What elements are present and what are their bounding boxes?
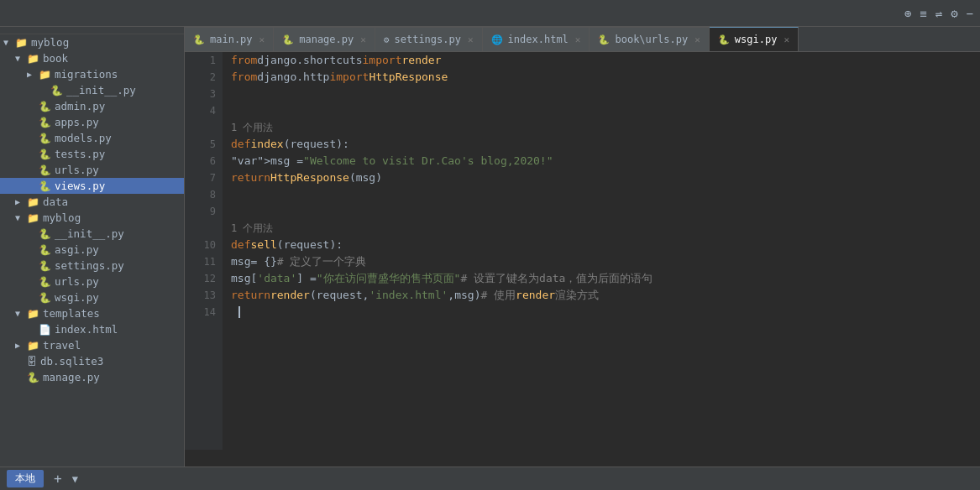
tree-item-travel[interactable]: ▶📁travel [0, 337, 184, 353]
tree-label-adminpy: admin.py [55, 100, 105, 112]
tree-item-__init__py1[interactable]: 🐍__init__.py [0, 82, 184, 98]
code-line-6: "var">msg = "Welcome to visit Dr.Cao's b… [231, 153, 980, 169]
top-toolbar: ⊕ ≡ ⇌ ⚙ − [0, 0, 980, 27]
tree-label-wsgipy1: wsgi.py [55, 291, 99, 304]
swap-icon[interactable]: ⇌ [935, 7, 942, 20]
tree-label-modelspy: models.py [55, 132, 112, 144]
code-line-10: def sell(request): [231, 237, 980, 253]
tab-label-settings: settings.py [394, 34, 460, 45]
folder-arrow-travel[interactable]: ▶ [15, 341, 27, 350]
folder-arrow-data[interactable]: ▶ [15, 197, 27, 206]
tree-label-indexhtml: index.html [55, 323, 118, 336]
tab-index[interactable]: 🌐 index.html ✕ [483, 27, 590, 51]
folder-arrow-myblog[interactable]: ▼ [3, 38, 15, 47]
line-num-10: 10 [185, 237, 216, 253]
status-bar: 本地 + ▼ [0, 467, 980, 490]
usage-hint: 1 个用法 [231, 220, 273, 237]
hint-line-hint1: 1 个用法 [231, 119, 980, 136]
line-num-1: 1 [185, 52, 216, 69]
tree-label-myblog: myblog [31, 36, 69, 49]
tree-label-dbsqlite3: db.sqlite3 [40, 355, 103, 368]
tree-label-myblog2: myblog [43, 211, 81, 224]
folder-arrow-migrations[interactable]: ▶ [27, 70, 39, 79]
code-line-12: msg['data'] = "你在访问曹盛华的售书页面" # 设置了键名为dat… [231, 270, 980, 287]
tree-item-modelspy[interactable]: 🐍models.py [0, 130, 184, 146]
code-line-9 [231, 203, 980, 220]
code-line-7: return HttpResponse(msg) [231, 169, 980, 186]
tab-icon-wsgi: 🐍 [718, 34, 730, 45]
tree-item-indexhtml[interactable]: 📄index.html [0, 321, 184, 337]
folder-arrow-myblog2[interactable]: ▼ [15, 213, 27, 222]
tree-label-__init__py1: __init__.py [66, 84, 136, 96]
tab-manage[interactable]: 🐍 manage.py ✕ [274, 27, 375, 51]
tree-item-settingspy[interactable]: 🐍settings.py [0, 258, 184, 274]
editor-area: 🐍 main.py ✕ 🐍 manage.py ✕ ⚙️ settings.py… [185, 27, 980, 467]
tree-label-testspy: tests.py [55, 148, 105, 160]
line-num-3: 3 [185, 86, 216, 102]
line-num-13: 13 [185, 287, 216, 304]
line-num-2: 2 [185, 69, 216, 86]
tab-close-index[interactable]: ✕ [575, 34, 581, 45]
tree-item-adminpy[interactable]: 🐍admin.py [0, 98, 184, 114]
tree-item-testspy[interactable]: 🐍tests.py [0, 146, 184, 162]
tree-item-myblog2[interactable]: ▼📁myblog [0, 210, 184, 226]
status-tab-local[interactable]: 本地 [7, 470, 44, 487]
code-editor[interactable]: 1234 56789 1011121314 from django.shortc… [185, 52, 980, 467]
tab-wsgi[interactable]: 🐍 wsgi.py ✕ [710, 27, 799, 51]
tab-label-wsgi: wsgi.py [735, 34, 778, 45]
settings-icon[interactable]: ⚙ [951, 7, 957, 20]
folder-arrow-templates[interactable]: ▼ [15, 309, 27, 318]
tree-item-asgipy[interactable]: 🐍asgi.py [0, 242, 184, 258]
tree-item-appspy[interactable]: 🐍apps.py [0, 114, 184, 130]
code-line-1: from django.shortcuts import render [231, 52, 980, 69]
tab-settings[interactable]: ⚙️ settings.py ✕ [375, 27, 483, 51]
code-line-4 [231, 102, 980, 119]
add-tab-button[interactable]: + [50, 471, 66, 487]
tree-item-templates[interactable]: ▼📁templates [0, 305, 184, 321]
tab-label-main: main.py [210, 34, 253, 45]
tree-item-__init__py2[interactable]: 🐍__init__.py [0, 226, 184, 242]
sidebar-header [0, 27, 184, 34]
tab-icon-index: 🌐 [491, 34, 503, 45]
add-icon[interactable]: ⊕ [904, 7, 911, 20]
tab-close-manage[interactable]: ✕ [360, 34, 366, 45]
line-num-9: 9 [185, 203, 216, 220]
tree-label-managepy: manage.py [43, 371, 100, 383]
tree-item-managepy[interactable]: 🐍manage.py [0, 369, 184, 385]
tree-label-viewspy: views.py [55, 180, 105, 192]
tab-label-bookurls: book\urls.py [615, 34, 688, 45]
tree-item-book[interactable]: ▼📁book [0, 50, 184, 66]
minus-icon[interactable]: − [967, 7, 973, 20]
tab-label-manage: manage.py [299, 34, 354, 45]
tab-main[interactable]: 🐍 main.py ✕ [185, 27, 274, 51]
tree-item-myblog[interactable]: ▼📁myblog [0, 34, 184, 50]
tree-label-asgipy: asgi.py [55, 243, 99, 256]
tree-item-urlspy2[interactable]: 🐍urls.py [0, 274, 184, 289]
tab-close-bookurls[interactable]: ✕ [694, 34, 700, 45]
tree-item-migrations[interactable]: ▶📁migrations [0, 66, 184, 82]
tab-bookurls[interactable]: 🐍 book\urls.py ✕ [590, 27, 709, 51]
tree-item-viewspy[interactable]: 🐍views.py [0, 178, 184, 194]
tree-label-data: data [43, 195, 68, 208]
tab-icon-manage: 🐍 [282, 34, 294, 45]
tree-item-dbsqlite3[interactable]: 🗄db.sqlite3 [0, 353, 184, 369]
tab-icon-bookurls: 🐍 [598, 34, 610, 45]
line-num-14: 14 [185, 304, 216, 321]
tree-label-migrations: migrations [55, 68, 118, 81]
tree-label-settingspy: settings.py [55, 259, 124, 272]
line-num-8: 8 [185, 186, 216, 203]
tab-icon-settings: ⚙️ [384, 34, 390, 45]
tab-close-settings[interactable]: ✕ [468, 34, 474, 45]
tree-item-data[interactable]: ▶📁data [0, 194, 184, 210]
folder-arrow-book[interactable]: ▼ [15, 54, 27, 63]
tab-chevron-down[interactable]: ▼ [72, 473, 78, 485]
tab-close-wsgi[interactable]: ✕ [783, 34, 789, 45]
line-num-4: 4 [185, 102, 216, 119]
tab-close-main[interactable]: ✕ [259, 34, 265, 45]
list-icon[interactable]: ≡ [920, 7, 926, 20]
code-line-5: def index(request): [231, 136, 980, 153]
file-tree: ▼📁myblog▼📁book▶📁migrations🐍__init__.py🐍a… [0, 34, 184, 385]
tree-item-wsgipy1[interactable]: 🐍wsgi.py [0, 289, 184, 305]
line-num-7: 7 [185, 169, 216, 186]
tree-item-urlspy1[interactable]: 🐍urls.py [0, 162, 184, 178]
